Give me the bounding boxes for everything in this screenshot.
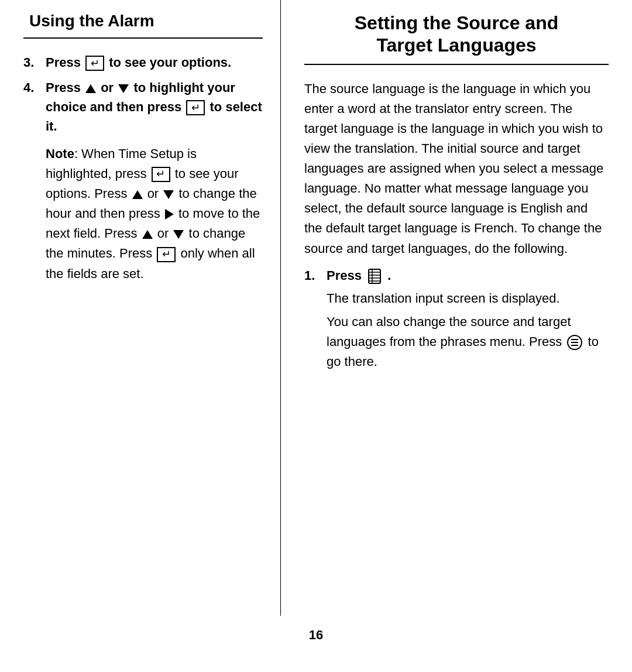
item-4-text: Press or to highlight your choice and th… xyxy=(46,78,263,136)
page-footer: 16 xyxy=(0,616,632,649)
triangle-up-note-1 xyxy=(132,190,143,199)
menu-book-icon xyxy=(366,268,383,285)
list-item-4: 4. Press or to highlight your choice and… xyxy=(23,78,263,136)
item-1-text-right: Press . xyxy=(327,266,391,285)
item-3-number: 3. xyxy=(23,53,46,72)
enter-key-icon-3: ↵ xyxy=(85,56,104,71)
triangle-down-note-2 xyxy=(173,230,184,239)
triangle-up-icon-4 xyxy=(85,84,96,93)
right-column: Setting the Source and Target Languages … xyxy=(281,0,632,616)
right-content-body: The source language is the language in w… xyxy=(304,79,609,372)
phrases-icon xyxy=(566,334,583,351)
right-column-title: Setting the Source and Target Languages xyxy=(304,12,609,57)
enter-key-icon-4: ↵ xyxy=(186,100,205,115)
sub-text-2-content: You can also change the source and targe… xyxy=(327,314,599,369)
enter-key-note-2: ↵ xyxy=(157,247,176,262)
list-item-1-right: 1. Press . xyxy=(304,266,609,285)
right-column-header: Setting the Source and Target Languages xyxy=(304,0,609,65)
two-column-layout: Using the Alarm 3. Press ↵ to see your o… xyxy=(0,0,632,616)
page-container: Using the Alarm 3. Press ↵ to see your o… xyxy=(0,0,632,672)
intro-paragraph: The source language is the language in w… xyxy=(304,79,609,259)
page-number: 16 xyxy=(309,628,323,642)
left-column-header: Using the Alarm xyxy=(23,0,263,39)
note-block: Note: When Time Setup is highlighted, pr… xyxy=(46,144,263,284)
left-content-body: 3. Press ↵ to see your options. 4. Press… xyxy=(23,53,263,284)
note-bold-label: Note xyxy=(46,146,74,161)
enter-key-note: ↵ xyxy=(152,167,170,182)
triangle-down-note-1 xyxy=(163,190,174,199)
sub-text-2: You can also change the source and targe… xyxy=(327,312,609,372)
sub-text-1: The translation input screen is displaye… xyxy=(327,289,609,308)
triangle-up-note-2 xyxy=(142,230,153,239)
note-text: : When Time Setup is highlighted, press … xyxy=(46,146,260,281)
triangle-down-icon-4 xyxy=(118,84,129,93)
list-item-3: 3. Press ↵ to see your options. xyxy=(23,53,263,72)
left-column: Using the Alarm 3. Press ↵ to see your o… xyxy=(0,0,281,616)
item-1-number-right: 1. xyxy=(304,266,327,285)
right-title-line1: Setting the Source and xyxy=(355,12,558,33)
item-4-number: 4. xyxy=(23,78,46,136)
right-title-line2: Target Languages xyxy=(376,35,536,56)
left-column-title: Using the Alarm xyxy=(29,12,154,30)
triangle-right-note xyxy=(165,209,174,220)
item-3-text: Press ↵ to see your options. xyxy=(46,53,231,72)
sub-text-1-content: The translation input screen is displaye… xyxy=(327,291,560,306)
